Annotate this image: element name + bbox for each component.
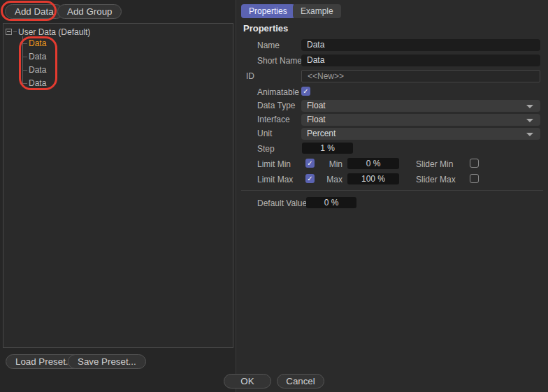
interface-dropdown[interactable]: Float: [301, 114, 540, 126]
short-name-label: Short Name: [257, 55, 302, 66]
slider-max-label: Slider Max: [416, 174, 456, 185]
default-value-label: Default Value: [257, 198, 307, 209]
section-title: Properties: [243, 23, 288, 34]
unit-dropdown[interactable]: Percent: [301, 128, 540, 140]
id-field: <<New>>: [301, 70, 540, 82]
id-label: ID: [246, 71, 254, 82]
tree-root-row[interactable]: User Data (Default): [6, 26, 90, 38]
tree-item-data-2[interactable]: Data: [29, 51, 46, 62]
slider-max-checkbox[interactable]: [470, 174, 479, 183]
tree-branch-tick: [22, 83, 27, 84]
min-field[interactable]: 0 %: [347, 158, 399, 169]
tree-branch-tick: [22, 43, 27, 44]
data-type-label: Data Type: [257, 100, 295, 111]
tree-item-data-1[interactable]: Data: [29, 38, 46, 49]
save-preset-button[interactable]: Save Preset...: [68, 354, 146, 369]
tree-root-label[interactable]: User Data (Default): [18, 27, 90, 37]
tree-item-data-3[interactable]: Data: [29, 64, 46, 75]
animatable-checkbox[interactable]: [301, 87, 310, 96]
limit-max-label: Limit Max: [257, 174, 293, 185]
add-group-button[interactable]: Add Group: [57, 4, 122, 19]
max-label: Max: [313, 174, 342, 185]
tree-connector: [13, 31, 17, 32]
name-input[interactable]: [301, 39, 540, 51]
tree-branch-tick: [22, 70, 27, 71]
step-label: Step: [257, 143, 275, 154]
properties-panel: Properties Example Properties Name Short…: [236, 0, 548, 392]
tree-item-data-4[interactable]: Data: [29, 78, 46, 89]
limit-min-label: Limit Min: [257, 159, 291, 170]
data-type-dropdown[interactable]: Float: [301, 100, 540, 112]
name-label: Name: [257, 40, 280, 51]
slider-min-checkbox[interactable]: [470, 159, 479, 168]
unit-label: Unit: [257, 128, 272, 139]
cancel-button[interactable]: Cancel: [277, 374, 324, 389]
tree-branch-tick: [22, 57, 27, 57]
default-value-field[interactable]: 0 %: [306, 197, 356, 208]
tab-properties[interactable]: Properties: [241, 4, 295, 18]
ok-button[interactable]: OK: [224, 374, 271, 389]
add-data-button[interactable]: Add Data: [5, 4, 64, 19]
animatable-label: Animatable: [257, 87, 299, 98]
section-separator: [241, 190, 543, 191]
collapse-expander-icon[interactable]: [6, 29, 12, 35]
tab-example[interactable]: Example: [293, 4, 341, 18]
left-toolbar: Add Data Add Group: [0, 0, 236, 22]
slider-min-label: Slider Min: [416, 159, 453, 170]
user-data-tree-panel[interactable]: User Data (Default) Data Data Data Data: [3, 23, 233, 348]
max-field[interactable]: 100 %: [347, 173, 399, 184]
short-name-input[interactable]: [301, 55, 540, 66]
step-field[interactable]: 1 %: [302, 143, 353, 154]
interface-label: Interface: [257, 114, 290, 125]
min-label: Min: [313, 159, 342, 170]
